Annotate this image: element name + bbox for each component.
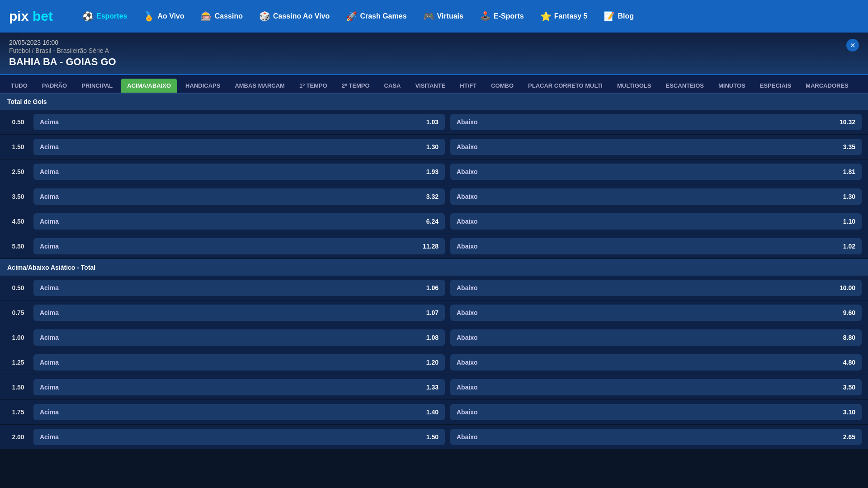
over-bet-cell[interactable]: Acima 1.07 (33, 305, 445, 321)
over-label: Acima (40, 384, 59, 391)
under-bet-cell[interactable]: Abaixo 9.60 (450, 305, 862, 321)
nav-item-virtuais[interactable]: 🎮 Virtuais (417, 7, 470, 25)
under-bet-cell[interactable]: Abaixo 3.50 (450, 379, 862, 395)
nav-label-virtuais: Virtuais (437, 12, 463, 20)
nav-item-esportes[interactable]: ⚽ Esportes (76, 7, 133, 25)
under-bet-cell[interactable]: Abaixo 2.65 (450, 429, 862, 445)
nav-label-esportes: Esportes (96, 12, 127, 20)
tab-1--tempo[interactable]: 1º TEMPO (293, 79, 334, 93)
bet-row: 2.00 Acima 1.50 Abaixo 2.65 (0, 425, 868, 450)
logo[interactable]: pix bet (9, 6, 63, 26)
under-odd: 3.35 (843, 143, 855, 150)
over-bet-cell[interactable]: Acima 1.30 (33, 139, 445, 155)
over-bet-cell[interactable]: Acima 6.24 (33, 213, 445, 230)
tab-padr-o[interactable]: PADRÃO (36, 79, 73, 93)
under-label: Abaixo (457, 309, 478, 316)
bet-row: 1.50 Acima 1.33 Abaixo 3.50 (0, 375, 868, 400)
bet-row: 1.75 Acima 1.40 Abaixo 3.10 (0, 400, 868, 425)
virtuais-icon: 🎮 (423, 11, 434, 22)
under-bet-cell[interactable]: Abaixo 1.81 (450, 164, 862, 180)
blog-icon: 📝 (604, 11, 615, 22)
under-bet-cell[interactable]: Abaixo 4.80 (450, 354, 862, 371)
tab-casa[interactable]: CASA (378, 79, 407, 93)
over-bet-cell[interactable]: Acima 1.08 (33, 329, 445, 346)
over-bet-cell[interactable]: Acima 1.33 (33, 379, 445, 395)
tab-ambas-marcam[interactable]: AMBAS MARCAM (228, 79, 291, 93)
over-odd: 3.32 (426, 193, 439, 200)
under-label: Abaixo (457, 193, 478, 200)
nav-item-cassino[interactable]: 🎰 Cassino (194, 7, 249, 25)
over-bet-cell[interactable]: Acima 1.50 (33, 429, 445, 445)
over-label: Acima (40, 143, 59, 150)
tab-combo[interactable]: COMBO (485, 79, 520, 93)
under-bet-cell[interactable]: Abaixo 1.02 (450, 238, 862, 254)
nav-item-cassino-ao-vivo[interactable]: 🎲 Cassino Ao Vivo (253, 7, 336, 25)
over-odd: 1.07 (426, 309, 439, 316)
nav-item-fantasy5[interactable]: ⭐ Fantasy 5 (534, 7, 594, 25)
under-bet-cell[interactable]: Abaixo 10.32 (450, 114, 862, 130)
over-bet-cell[interactable]: Acima 1.06 (33, 280, 445, 296)
bet-line: 0.50 (5, 118, 32, 126)
event-breadcrumb: Futebol / Brasil - Brasileirão Série A (9, 47, 859, 54)
tab-tudo[interactable]: TUDO (5, 79, 34, 93)
under-label: Abaixo (457, 334, 478, 341)
bet-line: 0.50 (5, 284, 32, 291)
tab-placar-correto-multi[interactable]: PLACAR CORRETO MULTI (522, 79, 609, 93)
under-odd: 4.80 (843, 359, 855, 366)
under-odd: 2.65 (843, 433, 855, 441)
bet-row: 4.50 Acima 6.24 Abaixo 1.10 (0, 209, 868, 234)
tab-escanteios[interactable]: ESCANTEIOS (660, 79, 711, 93)
nav-item-blog[interactable]: 📝 Blog (597, 7, 640, 25)
header: pix bet ⚽ Esportes 🏅 Ao Vivo 🎰 Cassino 🎲… (0, 0, 868, 33)
over-odd: 1.06 (426, 284, 439, 291)
tab-handicaps[interactable]: HANDICAPS (179, 79, 226, 93)
over-bet-cell[interactable]: Acima 1.03 (33, 114, 445, 130)
bet-line: 1.00 (5, 334, 32, 341)
close-button[interactable]: × (846, 39, 859, 52)
tab-acima-abaixo[interactable]: ACIMA/ABAIXO (121, 79, 177, 93)
over-label: Acima (40, 218, 59, 225)
fantasy5-icon: ⭐ (540, 11, 552, 22)
over-bet-cell[interactable]: Acima 1.40 (33, 404, 445, 420)
over-bet-cell[interactable]: Acima 1.93 (33, 164, 445, 180)
tab-minutos[interactable]: MINUTOS (712, 79, 752, 93)
bet-line: 1.25 (5, 359, 32, 366)
bet-line: 1.50 (5, 143, 32, 150)
under-bet-cell[interactable]: Abaixo 1.30 (450, 188, 862, 205)
tab-marcadores[interactable]: MARCADORES (799, 79, 855, 93)
under-bet-cell[interactable]: Abaixo 3.35 (450, 139, 862, 155)
under-bet-cell[interactable]: Abaixo 3.10 (450, 404, 862, 420)
nav-label-cassino-ao-vivo: Cassino Ao Vivo (273, 12, 330, 20)
main-content: Total de Gols 0.50 Acima 1.03 Abaixo 10.… (0, 93, 868, 450)
over-bet-cell[interactable]: Acima 1.20 (33, 354, 445, 371)
tab-principal[interactable]: PRINCIPAL (75, 79, 119, 93)
under-label: Abaixo (457, 243, 478, 250)
section-header-1: Acima/Abaixo Asiático - Total (0, 259, 868, 276)
over-label: Acima (40, 243, 59, 250)
under-label: Abaixo (457, 433, 478, 441)
tab-2--tempo[interactable]: 2º TEMPO (335, 79, 376, 93)
tab-especiais[interactable]: ESPECIAIS (754, 79, 797, 93)
tab-ht-ft[interactable]: HT/FT (453, 79, 483, 93)
over-odd: 1.40 (426, 408, 439, 416)
svg-text:pix: pix (9, 9, 29, 23)
under-bet-cell[interactable]: Abaixo 10.00 (450, 280, 862, 296)
over-bet-cell[interactable]: Acima 11.28 (33, 238, 445, 254)
over-odd: 1.33 (426, 384, 439, 391)
nav-item-esports[interactable]: 🕹️ E-Sports (473, 7, 530, 25)
nav-item-ao-vivo[interactable]: 🏅 Ao Vivo (137, 7, 190, 25)
under-bet-cell[interactable]: Abaixo 1.10 (450, 213, 862, 230)
under-bet-cell[interactable]: Abaixo 8.80 (450, 329, 862, 346)
under-label: Abaixo (457, 168, 478, 175)
over-bet-cell[interactable]: Acima 3.32 (33, 188, 445, 205)
over-label: Acima (40, 284, 59, 291)
under-odd: 1.10 (843, 218, 855, 225)
over-label: Acima (40, 359, 59, 366)
tab-visitante[interactable]: VISITANTE (409, 79, 452, 93)
over-label: Acima (40, 168, 59, 175)
bet-row: 3.50 Acima 3.32 Abaixo 1.30 (0, 184, 868, 209)
bet-line: 2.50 (5, 168, 32, 175)
nav-label-ao-vivo: Ao Vivo (157, 12, 184, 20)
nav-item-crash-games[interactable]: 🚀 Crash Games (340, 7, 413, 25)
tab-multigols[interactable]: MULTIGOLS (611, 79, 658, 93)
